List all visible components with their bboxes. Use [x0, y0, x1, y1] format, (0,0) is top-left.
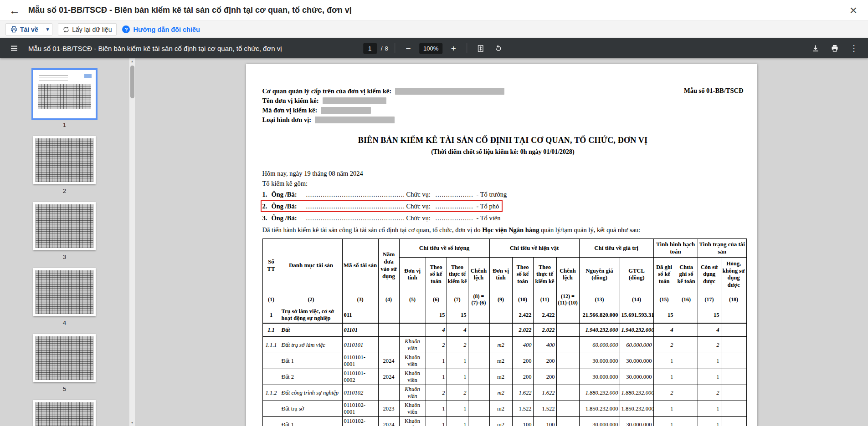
- download-dropdown-button[interactable]: ▾: [43, 23, 53, 36]
- table-cell: 1: [426, 369, 447, 385]
- dotted-line: ........................................…: [306, 190, 404, 199]
- table-cell: 1.940.232.000: [579, 323, 620, 337]
- thumbnail-page-number: 3: [63, 254, 67, 260]
- download-icon[interactable]: [809, 41, 822, 55]
- member-position-label: Chức vụ:: [404, 190, 436, 199]
- print-icon[interactable]: [828, 41, 842, 55]
- table-cell: [378, 323, 399, 337]
- pdf-toolbar: Mẫu số 01-BB/TSCĐ - Biên bản kiểm kê tài…: [0, 38, 868, 58]
- menu-icon[interactable]: [7, 41, 21, 55]
- document-area[interactable]: Cơ quan quản lý cấp trên của đơn vị kiểm…: [135, 58, 868, 426]
- table-column-number: (13): [579, 292, 620, 307]
- scrollbar-thumb[interactable]: [130, 66, 134, 98]
- table-cell: Đất 1: [280, 417, 342, 426]
- thumbnail-page-6[interactable]: 6: [33, 400, 96, 426]
- table-cell: m2: [489, 337, 512, 353]
- rotate-icon[interactable]: [491, 41, 505, 55]
- more-options-icon[interactable]: ⋮: [847, 41, 861, 55]
- member-number: 1.: [262, 190, 272, 199]
- thumbnail-page-3[interactable]: 3: [33, 202, 96, 260]
- table-header-cell: Chỉ tiêu về giá trị: [579, 239, 653, 258]
- committee-member-line: 3.Ông /Bà:..............................…: [261, 212, 504, 224]
- team-line: Tổ kiểm kê gồm:: [262, 178, 744, 188]
- back-button[interactable]: ←: [9, 5, 26, 16]
- table-cell: 2: [447, 337, 468, 353]
- thumbnail-page-number: 5: [63, 385, 67, 392]
- thumbnail-page-number: 2: [63, 188, 67, 194]
- document-meta-line: Loại hình đơn vị:: [262, 115, 505, 125]
- table-row: 1.1Đất01101442.0222.0221.940.232.0001.94…: [262, 323, 746, 337]
- table-cell: 200: [512, 369, 533, 385]
- table-cell: 0110101: [342, 337, 378, 353]
- table-cell: Khuôn viên: [399, 369, 426, 385]
- table-cell: [675, 385, 698, 401]
- guide-link[interactable]: ? Hướng dẫn đối chiếu: [122, 25, 200, 33]
- table-cell: m2: [489, 401, 512, 417]
- page-number-input[interactable]: 1: [363, 43, 377, 54]
- page-count: / 8: [381, 45, 388, 52]
- thumbnail-preview: [33, 334, 96, 382]
- thumbnail-page-1[interactable]: 1: [33, 70, 96, 128]
- table-column-number: (7): [447, 292, 468, 307]
- member-number: 3.: [262, 213, 272, 223]
- member-role: - Tổ viên: [473, 213, 501, 223]
- thumbnail-panel: 123456: [0, 58, 129, 426]
- committee-member-line: 2.Ông /Bà:..............................…: [261, 200, 503, 212]
- table-subheader-cell: Theo sổ kế toán: [512, 258, 533, 292]
- table-cell: 60.000.000: [620, 337, 653, 353]
- table-subheader-cell: Đã ghi sổ kế toán: [653, 258, 675, 292]
- committee-members: 1.Ông /Bà:..............................…: [262, 188, 744, 224]
- result-line-unit-name: Học viện Ngân hàng: [482, 226, 539, 233]
- table-column-number: (16): [675, 292, 698, 307]
- table-subheader-cell: Còn sử dụng được: [698, 258, 721, 292]
- date-line: Hôm nay, ngày 19 tháng 08 năm 2024: [262, 168, 744, 178]
- thumbnail-list: 123456: [0, 70, 129, 426]
- zoom-level: 100%: [419, 43, 442, 54]
- close-button[interactable]: ×: [848, 4, 859, 17]
- table-header-cell: Mã số tài sản: [342, 239, 378, 292]
- table-cell: Đất công trình sự nghiệp: [280, 385, 342, 401]
- pdf-viewer: 123456 ▴ ▾ Cơ quan quản lý cấp trên của …: [0, 58, 868, 426]
- thumbnail-page-4[interactable]: 4: [33, 268, 96, 326]
- document-title: BIÊN BẢN KIỂM KÊ TÀI SẢN CỐ ĐỊNH TẠI CƠ …: [262, 136, 744, 145]
- table-cell: [556, 307, 579, 324]
- asset-inventory-table: Số TTDanh mục tài sảnMã số tài sảnNăm đư…: [262, 238, 747, 426]
- download-button[interactable]: Tải về: [5, 23, 43, 36]
- scroll-down-arrow[interactable]: ▾: [129, 420, 135, 426]
- table-cell: [468, 353, 489, 369]
- table-cell: [468, 417, 489, 426]
- zoom-out-button[interactable]: −: [401, 41, 415, 55]
- zoom-in-button[interactable]: +: [447, 41, 460, 55]
- table-column-number: (2): [280, 292, 342, 307]
- table-cell: 1: [447, 401, 468, 417]
- table-cell: 1: [426, 401, 447, 417]
- fit-page-icon[interactable]: [473, 41, 487, 55]
- table-cell: 1: [262, 307, 280, 324]
- table-cell: 30.000.000: [620, 353, 653, 369]
- table-cell: [556, 369, 579, 385]
- dotted-line: ........................................: [436, 213, 473, 223]
- table-cell: 15: [447, 307, 468, 324]
- download-button-group: Tải về ▾: [5, 23, 52, 36]
- table-cell: 400: [512, 337, 533, 353]
- table-cell: [262, 401, 280, 417]
- result-line: Đã tiến hành kiểm kê tài sản công là tài…: [262, 225, 744, 235]
- thumbnail-page-2[interactable]: 2: [33, 136, 96, 194]
- table-cell: Đất 1: [280, 353, 342, 369]
- table-subheader-cell: Theo thực tế kiểm kê: [447, 258, 468, 292]
- scroll-up-arrow[interactable]: ▴: [129, 58, 135, 65]
- thumbnail-page-5[interactable]: 5: [33, 334, 96, 392]
- help-icon: ?: [122, 25, 130, 33]
- table-cell: [378, 385, 399, 401]
- member-role: - Tổ phó: [473, 202, 499, 211]
- table-column-number: (9): [489, 292, 512, 307]
- table-header-cell: Số TT: [262, 239, 280, 292]
- thumbnail-scrollbar[interactable]: ▴ ▾: [129, 58, 135, 426]
- table-cell: 1: [447, 369, 468, 385]
- table-cell: 1.1.2: [262, 385, 280, 401]
- table-cell: 1: [698, 369, 721, 385]
- reload-data-button[interactable]: Lấy lại dữ liệu: [58, 23, 117, 36]
- table-cell: [556, 385, 579, 401]
- action-toolbar: Tải về ▾ Lấy lại dữ liệu ? Hướng dẫn đối…: [0, 21, 868, 38]
- table-cell: 2: [653, 385, 675, 401]
